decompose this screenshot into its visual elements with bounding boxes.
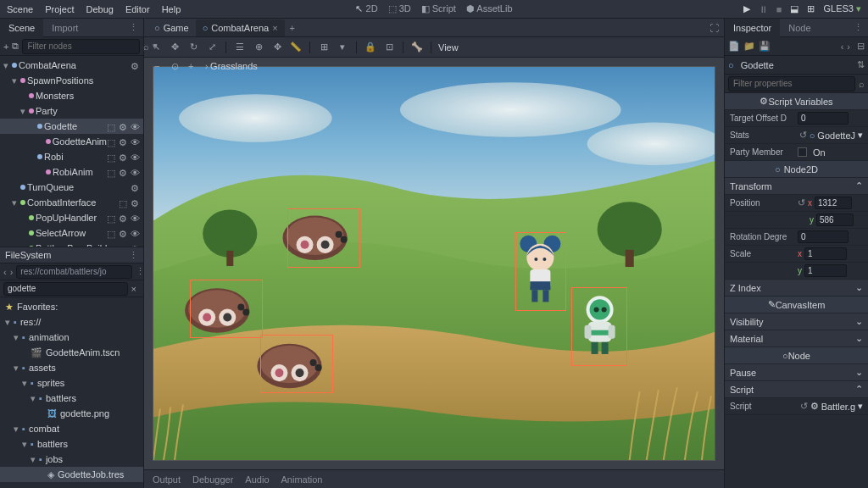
history-menu-icon[interactable]: ⊟	[857, 41, 865, 52]
vis-icon[interactable]: 👁	[131, 214, 140, 223]
zoom-out-icon[interactable]: −	[154, 61, 166, 73]
move-tool-icon[interactable]: ✥	[168, 41, 181, 54]
scene-tree-item[interactable]: ▾CombatInterface⬚⚙	[0, 195, 143, 210]
menu-project[interactable]: Project	[45, 4, 74, 14]
vis-icon[interactable]: 👁	[131, 168, 140, 177]
pause-icon[interactable]: ⏸	[759, 4, 768, 14]
select-tool-icon[interactable]: ↖	[149, 41, 163, 54]
filesystem-tree-item[interactable]: ▾▪sprites	[0, 375, 143, 391]
tab-script[interactable]: ◧ Script	[421, 3, 456, 14]
section-canvasitem[interactable]: ✎ CanvasItem	[725, 297, 868, 313]
resource-save-icon[interactable]: 💾	[759, 41, 771, 52]
inst-icon[interactable]: ⬚	[107, 214, 116, 223]
scene-dock-tab[interactable]: Scene	[0, 19, 43, 37]
stats-resource[interactable]: GodetteJ	[817, 130, 855, 141]
filesystem-tree-item[interactable]: ▾▪assets	[0, 360, 143, 375]
section-zindex[interactable]: Z Index⌄	[725, 280, 868, 297]
dock-menu-icon[interactable]: ⋮	[129, 250, 138, 261]
play-custom-icon[interactable]: ⊞	[807, 3, 815, 14]
dock-menu-icon[interactable]: ⋮	[124, 22, 143, 33]
script-icon[interactable]: ⚙	[119, 152, 128, 162]
script-icon[interactable]: ⚙	[131, 61, 140, 70]
position-x-input[interactable]	[815, 197, 852, 209]
vis-icon[interactable]: 👁	[131, 152, 140, 162]
inspector-filter-input[interactable]	[728, 76, 855, 92]
link-icon[interactable]: ⧉	[12, 41, 19, 52]
section-material[interactable]: Material⌄	[725, 330, 868, 347]
script-icon[interactable]: ⚙	[119, 229, 128, 238]
bottom-debugger[interactable]: Debugger	[192, 474, 233, 485]
nav-fwd-icon[interactable]: ›	[10, 267, 14, 277]
vis-icon[interactable]: 👁	[131, 229, 140, 238]
revert-icon[interactable]: ↺	[799, 130, 807, 141]
scene-tree-item[interactable]: Robi⬚⚙👁	[0, 149, 143, 164]
filesystem-path-input[interactable]	[16, 265, 132, 279]
vis-icon[interactable]: 👁	[131, 122, 140, 131]
scene-tab-game[interactable]: ○Game	[147, 19, 196, 36]
filesystem-tree-item[interactable]: ▾▪battlers	[0, 436, 143, 452]
search-icon[interactable]: ⌕	[859, 79, 865, 89]
filesystem-tree-item[interactable]: ▾▪animation	[0, 330, 143, 345]
section-visibility[interactable]: Visibility⌄	[725, 313, 868, 330]
vis-icon[interactable]: 👁	[131, 137, 140, 147]
scene-tree-item[interactable]: Monsters	[0, 88, 143, 103]
view-menu[interactable]: View	[438, 42, 459, 53]
dock-menu-icon[interactable]: ⋮	[849, 22, 868, 33]
script-icon[interactable]: ⚙	[131, 244, 140, 247]
history-back-icon[interactable]: ‹	[841, 42, 844, 52]
section-script[interactable]: Script⌃	[725, 381, 868, 398]
inst-icon[interactable]: ⬚	[107, 122, 116, 131]
scene-tree-item[interactable]: PopUpHandler⬚⚙👁	[0, 210, 143, 225]
section-node2d[interactable]: ○Node2D	[725, 161, 868, 178]
inst-icon[interactable]: ⬚	[107, 229, 116, 238]
viewport-2d[interactable]: − ⊙ + › Grasslands	[144, 58, 724, 469]
tab-3d[interactable]: ⬚ 3D	[388, 3, 411, 14]
inst-icon[interactable]: ⬚	[107, 168, 116, 177]
scale-tool-icon[interactable]: ⤢	[205, 41, 219, 54]
scale-y-input[interactable]	[804, 264, 847, 277]
clear-icon[interactable]: ×	[128, 284, 140, 294]
scene-tree-item[interactable]: ▾CombatArena⚙	[0, 58, 143, 73]
inspector-tab[interactable]: Inspector	[725, 19, 780, 37]
filesystem-search-input[interactable]	[3, 282, 128, 296]
position-y-input[interactable]	[816, 214, 854, 226]
scene-tree-item[interactable]: RobiAnim⬚⚙👁	[0, 164, 143, 180]
renderer-dropdown[interactable]: GLES3 ▾	[823, 3, 861, 14]
ruler-tool-icon[interactable]: 📏	[289, 41, 303, 54]
script-resource[interactable]: Battler.g	[821, 402, 855, 412]
scene-filter-input[interactable]	[22, 39, 140, 54]
filesystem-tree-item[interactable]: ▾▪res://	[0, 314, 143, 330]
distraction-free-icon[interactable]: ⛶	[704, 23, 724, 33]
add-scene-icon[interactable]: +	[285, 23, 300, 33]
bottom-output[interactable]: Output	[153, 474, 181, 485]
zoom-in-icon[interactable]: +	[188, 61, 200, 73]
bone-icon[interactable]: 🦴	[410, 41, 424, 54]
import-dock-tab[interactable]: Import	[43, 19, 86, 37]
node-tab[interactable]: Node	[780, 19, 819, 37]
play-scene-icon[interactable]: ⬓	[790, 3, 798, 14]
snap-toggle-icon[interactable]: ⊞	[317, 41, 331, 54]
script-icon[interactable]: ⚙	[131, 198, 140, 208]
menu-scene[interactable]: Scene	[7, 4, 33, 14]
target-offset-input[interactable]	[798, 112, 849, 125]
tab-assetlib[interactable]: ⬢ AssetLib	[466, 3, 513, 14]
group-icon[interactable]: ⊡	[382, 41, 396, 54]
section-pause[interactable]: Pause⌄	[725, 364, 868, 381]
inst-icon[interactable]: ⬚	[107, 152, 116, 162]
stop-icon[interactable]: ■	[776, 4, 782, 14]
pan-tool-icon[interactable]: ✥	[270, 41, 284, 54]
scene-tree-item[interactable]: ▾SpawnPositions	[0, 73, 143, 88]
tab-2d[interactable]: ↖ 2D	[355, 3, 377, 14]
scene-tree-item[interactable]: TurnQueue⚙	[0, 180, 143, 195]
snap-options-icon[interactable]: ▾	[336, 41, 349, 54]
script-icon[interactable]: ⚙	[119, 214, 128, 223]
resource-load-icon[interactable]: 📁	[743, 41, 755, 52]
inst-icon[interactable]: ⬚	[119, 198, 128, 208]
list-select-icon[interactable]: ☰	[233, 41, 247, 54]
bottom-animation[interactable]: Animation	[281, 474, 323, 485]
scene-tree-item[interactable]: ▾Party	[0, 103, 143, 119]
object-options-icon[interactable]: ⇅	[857, 59, 865, 70]
filesystem-tree-item[interactable]: ▾▪combat	[0, 421, 143, 436]
pivot-tool-icon[interactable]: ⊕	[252, 41, 265, 54]
scene-tree-item[interactable]: SelectArrow⬚⚙👁	[0, 225, 143, 241]
